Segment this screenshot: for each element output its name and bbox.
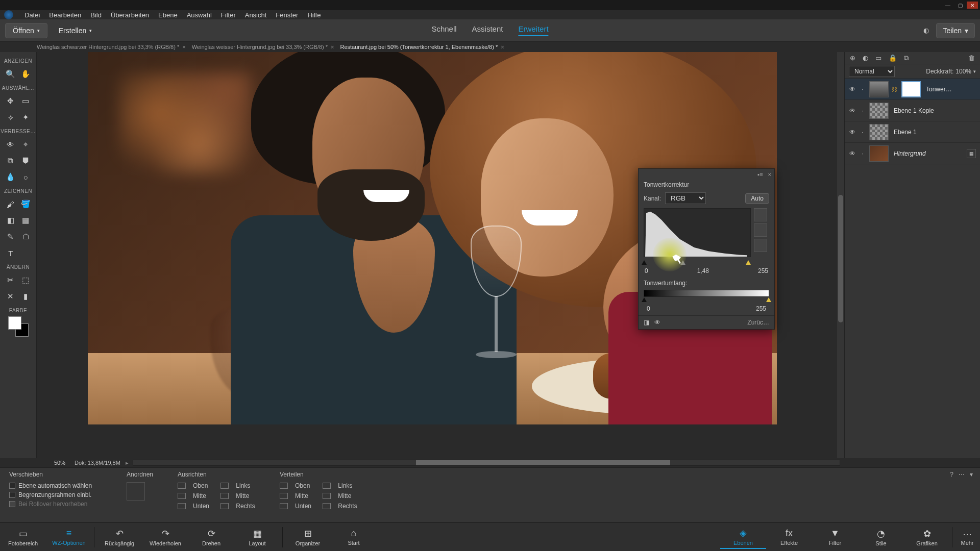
dist-center[interactable]: Mitte (338, 492, 363, 499)
gray-picker-icon[interactable] (754, 223, 767, 237)
visibility-icon[interactable]: 👁 (849, 86, 856, 93)
move-tool-icon[interactable]: ✥ (5, 95, 17, 107)
lock-icon[interactable]: 🔒 (889, 54, 897, 62)
align-top[interactable]: Oben (193, 482, 215, 489)
output-black-slider[interactable] (642, 297, 647, 302)
mode-quick[interactable]: Schnell (431, 24, 456, 36)
rotate-button[interactable]: ⟳Drehen (188, 526, 234, 548)
window-close[interactable]: ✕ (967, 2, 978, 9)
layout-button[interactable]: ▦Layout (234, 526, 280, 548)
organizer-button[interactable]: ⊞Organizer (285, 526, 331, 548)
black-point-slider[interactable] (642, 260, 647, 265)
fg-color-icon[interactable] (8, 316, 21, 330)
gamma-slider[interactable] (680, 260, 685, 265)
spot-tool-icon[interactable]: ⌖ (19, 138, 32, 151)
tool-options-button[interactable]: ≡WZ-Optionen (46, 526, 92, 548)
window-minimize[interactable]: — (942, 2, 953, 9)
mask-icon[interactable]: ▭ (875, 54, 881, 62)
lasso-tool-icon[interactable]: ⟡ (5, 111, 17, 123)
gradient-tool-icon[interactable]: ▦ (19, 214, 32, 227)
menu-ueberarbeiten[interactable]: Überarbeiten (111, 11, 149, 19)
preview-toggle-icon[interactable]: 👁 (654, 319, 660, 326)
output-gradient[interactable] (644, 290, 769, 297)
crop-tool-icon[interactable]: ✂ (5, 274, 17, 286)
menu-bild[interactable]: Bild (90, 11, 102, 19)
color-swatch[interactable] (8, 316, 29, 337)
dist-top[interactable]: Oben (295, 482, 317, 489)
graphics-tab-button[interactable]: ✿Grafiken (904, 526, 950, 548)
share-button[interactable]: Teilen▾ (936, 23, 975, 38)
layer-name[interactable]: Ebene 1 Kopie (894, 107, 934, 114)
more-button[interactable]: ⋯Mehr (954, 529, 980, 546)
align-center[interactable]: Mitte (236, 492, 261, 499)
redo-button[interactable]: ↷Wiederholen (142, 526, 188, 548)
output-white-slider[interactable] (766, 297, 771, 302)
dist-left[interactable]: Links (338, 482, 363, 489)
dialog-menu-icon[interactable]: ▪≡ (757, 171, 763, 178)
close-icon[interactable]: × (182, 44, 185, 50)
blur-tool-icon[interactable]: 💧 (5, 171, 17, 183)
content-tool-icon[interactable]: ▮ (19, 290, 32, 303)
auto-select-checkbox[interactable]: Ebene automatisch wählen (9, 482, 108, 489)
window-maximize[interactable]: ▢ (954, 2, 966, 9)
input-sliders[interactable] (644, 260, 769, 267)
horizontal-scrollbar[interactable] (133, 460, 840, 466)
theme-toggle-icon[interactable]: ◐ (923, 27, 929, 34)
visibility-icon[interactable]: 👁 (849, 129, 856, 136)
adjust-layer-icon[interactable]: ◐ (863, 54, 868, 62)
sponge-tool-icon[interactable]: ○ (19, 171, 32, 183)
scrollbar-thumb[interactable] (416, 460, 670, 465)
effects-tab-button[interactable]: fxEffekte (766, 526, 812, 548)
dialog-close-icon[interactable]: × (768, 171, 771, 178)
reset-button[interactable]: Zurüc… (747, 319, 769, 326)
dist-bottom-icon[interactable] (280, 503, 288, 509)
align-bottom[interactable]: Unten (193, 503, 215, 510)
eraser-tool-icon[interactable]: ◧ (5, 214, 17, 227)
layer-row-background[interactable]: 👁· Hintergrund ▦ (845, 143, 980, 164)
align-right-icon[interactable] (220, 503, 229, 509)
align-right[interactable]: Rechts (236, 503, 261, 510)
align-left[interactable]: Links (236, 482, 261, 489)
open-button[interactable]: Öffnen▾ (5, 23, 47, 38)
layer-row-copy[interactable]: 👁· Ebene 1 Kopie (845, 100, 980, 121)
zoom-level[interactable]: 50% (37, 460, 69, 466)
layer-thumb-icon[interactable] (869, 124, 889, 140)
brush-tool-icon[interactable]: 🖌 (5, 198, 17, 210)
align-center-icon[interactable] (220, 493, 229, 499)
menu-fenster[interactable]: Fenster (276, 11, 298, 19)
dist-middle[interactable]: Mitte (295, 492, 317, 499)
collapse-icon[interactable]: ▾ (970, 471, 973, 478)
info-caret-icon[interactable]: ▸ (126, 460, 129, 466)
layer-thumb-icon[interactable] (869, 81, 889, 97)
create-button[interactable]: Erstellen▾ (52, 23, 99, 38)
dist-middle-icon[interactable] (280, 493, 288, 499)
input-white-value[interactable]: 255 (758, 267, 768, 274)
menu-bearbeiten[interactable]: Bearbeiten (49, 11, 81, 19)
align-left-icon[interactable] (220, 483, 229, 489)
black-picker-icon[interactable] (754, 208, 767, 221)
marquee-tool-icon[interactable]: ▭ (19, 95, 32, 107)
dist-bottom[interactable]: Unten (295, 503, 317, 510)
output-black-value[interactable]: 0 (647, 305, 650, 312)
tab-doc-3[interactable]: Restaurant.jpg bei 50% (Tonwertkorrektur… (340, 44, 504, 50)
lock-slot-icon[interactable]: · (859, 150, 866, 157)
tab-doc-1[interactable]: Weinglas schwarzer Hintergrund.jpg bei 3… (37, 44, 186, 50)
bucket-tool-icon[interactable]: 🪣 (19, 198, 32, 210)
link-icon[interactable]: ⧉ (904, 54, 909, 62)
align-middle-icon[interactable] (178, 493, 186, 499)
close-icon[interactable]: × (501, 44, 504, 50)
mode-advanced[interactable]: Erweitert (518, 24, 548, 36)
menu-filter[interactable]: Filter (221, 11, 236, 19)
arrange-icon[interactable] (127, 482, 145, 500)
tab-doc-2[interactable]: Weinglas weisser Hintergrund.jpg bei 33,… (192, 44, 334, 50)
redeye-tool-icon[interactable]: 👁 (5, 138, 17, 151)
link-mask-icon[interactable]: ⛓ (892, 86, 897, 92)
input-black-value[interactable]: 0 (645, 267, 648, 274)
caret-down-icon[interactable]: ▾ (973, 69, 976, 74)
layers-tab-button[interactable]: ◈Ebenen (720, 525, 766, 549)
picker-tool-icon[interactable]: ✎ (5, 231, 17, 243)
channel-select[interactable]: RGB (665, 192, 706, 204)
clip-toggle-icon[interactable]: ◨ (644, 319, 649, 326)
filters-tab-button[interactable]: ▼Filter (812, 526, 858, 548)
layer-fx-icon[interactable]: ▦ (967, 149, 976, 158)
